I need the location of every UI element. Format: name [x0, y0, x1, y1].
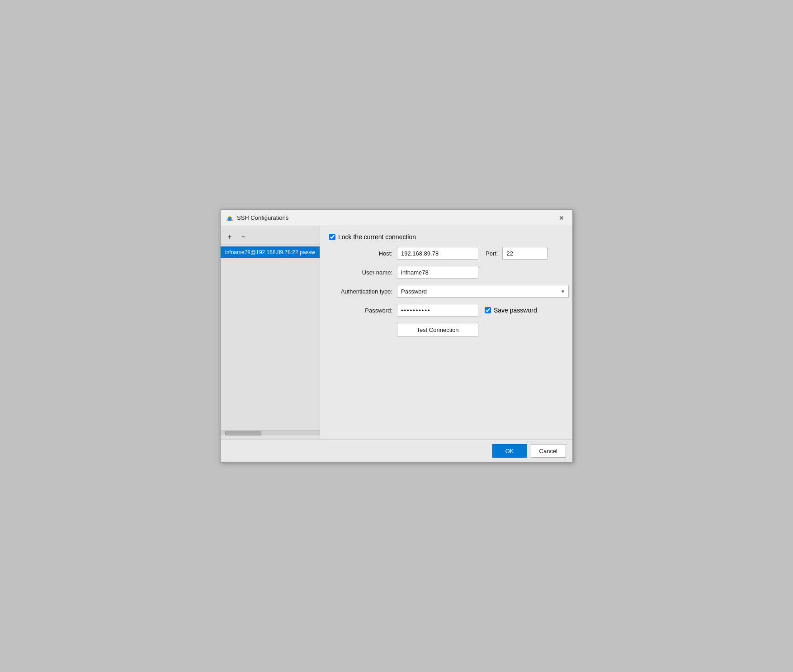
auth-type-label: Authentication type:: [329, 288, 392, 295]
lock-checkbox[interactable]: [329, 234, 335, 240]
save-password-row: Save password: [485, 307, 537, 314]
ssh-configurations-dialog: SSH Configurations ✕ + − infname78@192.1…: [220, 209, 573, 463]
left-panel: + − infname78@192.168.89.78:22 passw: [221, 226, 320, 439]
scrollbar-thumb: [225, 431, 261, 435]
password-input[interactable]: [397, 304, 478, 317]
horizontal-scrollbar[interactable]: [221, 430, 320, 435]
username-label: User name:: [329, 269, 392, 276]
auth-type-row: Authentication type: Password Public key…: [329, 285, 569, 298]
app-icon: [225, 213, 234, 222]
password-label: Password:: [329, 307, 392, 314]
title-bar: SSH Configurations ✕: [221, 210, 572, 226]
port-label: Port:: [486, 250, 498, 257]
username-row: User name:: [329, 266, 569, 279]
auth-type-select[interactable]: Password Public key Keyboard-interactive: [397, 285, 569, 298]
save-password-label: Save password: [494, 307, 537, 314]
host-input[interactable]: [397, 247, 478, 260]
bottom-bar: OK Cancel: [221, 439, 572, 462]
toolbar: + −: [221, 230, 320, 245]
add-connection-button[interactable]: +: [224, 232, 235, 242]
password-row: Password: Save password: [329, 304, 569, 317]
host-label: Host:: [329, 250, 392, 257]
ok-button[interactable]: OK: [492, 444, 527, 458]
remove-connection-button[interactable]: −: [238, 232, 249, 242]
lock-row: Lock the current connection: [329, 233, 569, 241]
save-password-checkbox[interactable]: [485, 307, 491, 313]
close-button[interactable]: ✕: [555, 212, 568, 224]
title-bar-left: SSH Configurations: [225, 213, 288, 222]
test-connection-button[interactable]: Test Connection: [397, 323, 478, 336]
port-input[interactable]: [502, 247, 548, 260]
svg-rect-1: [228, 217, 231, 221]
connection-item[interactable]: infname78@192.168.89.78:22 passw: [221, 246, 320, 258]
right-panel: Lock the current connection Host: Port: …: [320, 226, 578, 439]
dialog-body: + − infname78@192.168.89.78:22 passw Loc…: [221, 226, 572, 439]
auth-type-select-wrapper: Password Public key Keyboard-interactive: [397, 285, 569, 298]
test-connection-row: Test Connection: [329, 323, 569, 336]
spacer: [329, 343, 569, 432]
dialog-title: SSH Configurations: [237, 214, 288, 221]
connection-list: infname78@192.168.89.78:22 passw: [221, 246, 320, 430]
host-port-row: Host: Port:: [329, 247, 569, 260]
username-input[interactable]: [397, 266, 478, 279]
lock-label: Lock the current connection: [338, 233, 416, 241]
cancel-button[interactable]: Cancel: [531, 444, 566, 458]
